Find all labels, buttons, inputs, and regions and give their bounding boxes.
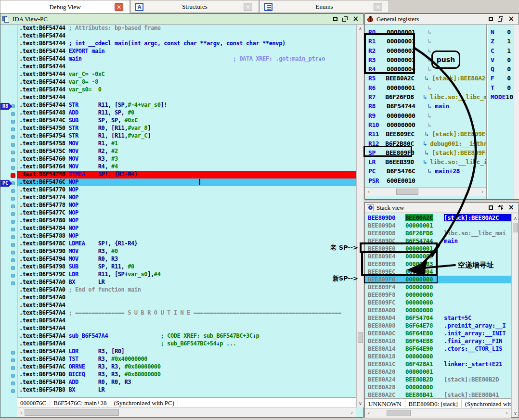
disasm-line[interactable]: .text:B6F547AC ORRNE R3, R3, #0x80000000 <box>17 363 356 371</box>
register-row-r1[interactable]: R100000001↳ <box>365 38 486 47</box>
register-row-r9[interactable]: R900000000↳ <box>365 112 486 121</box>
register-row-psr[interactable]: PSR600E0010 <box>365 177 486 186</box>
stack-vscrollbar[interactable]: ∧ ∨ <box>511 214 519 417</box>
nav-dot-icon[interactable] <box>11 158 15 162</box>
stack-row[interactable]: BEE80A14B6F64E90.ctors:__CTOR_LIS <box>365 345 511 353</box>
disasm-hscrollbar[interactable]: ‹ › <box>17 407 356 417</box>
nav-dot-icon[interactable] <box>11 374 15 378</box>
stack-vscroll-thumb[interactable] <box>513 223 518 232</box>
stack-row[interactable]: BEE809E400000002 <box>365 253 511 260</box>
nav-dot-icon[interactable] <box>11 266 15 270</box>
register-row-r10[interactable]: R1000000000↳ <box>365 121 486 130</box>
register-row-r5[interactable]: R5BEE80A2C↳[stack]:BEE80A2C <box>365 75 486 84</box>
nav-dot-icon[interactable] <box>11 204 15 208</box>
disasm-line[interactable]: .text:B6F54744 var_8= -8 <box>17 78 356 86</box>
disasm-line[interactable]: .text:B6F54760 MOV R3, #3 <box>17 155 356 163</box>
stack-hscroll-thumb[interactable] <box>387 410 411 416</box>
disasm-line[interactable]: .text:B6F5474C SUB SP, SP, #0xC <box>17 117 356 125</box>
nav-dot-icon[interactable] <box>11 212 15 216</box>
register-list[interactable]: R000000001↳R100000001↳R200000002↳R300000… <box>365 28 486 186</box>
flag-row-f[interactable]: F0 <box>488 75 513 84</box>
disasm-line[interactable]: .text:B6F54744 ; Attributes: bp-based fr… <box>17 25 356 32</box>
stack-row[interactable]: BEE809D400000001 <box>365 222 511 229</box>
disasm-line[interactable]: .text:B6F547A4 sub_B6F547A4 ; CODE XREF:… <box>17 332 356 340</box>
nav-dot-icon[interactable] <box>11 143 15 147</box>
scroll-left-icon[interactable]: ‹ <box>366 410 372 416</box>
nav-dot-icon[interactable] <box>11 197 15 201</box>
registers-titlebar[interactable]: General registers × <box>365 14 519 25</box>
stack-row[interactable]: BEE80A2800000000 <box>365 383 511 391</box>
breakpoint-icon[interactable] <box>11 173 15 178</box>
disasm-line[interactable]: .text:B6F547B4 ADD R0, R0, R3 <box>17 379 356 386</box>
maximize-button[interactable] <box>489 205 493 210</box>
tab-close-icon[interactable]: ✕ <box>244 3 252 11</box>
nav-dot-icon[interactable] <box>11 251 15 255</box>
stack-row[interactable]: BEE809D0BEE80A2C[stack]:BEE80A2C <box>365 214 511 222</box>
scroll-up-icon[interactable]: ∧ <box>357 26 364 31</box>
disasm-line[interactable]: .text:B6F54744 ; int __cdecl main(int ar… <box>17 40 356 48</box>
register-row-pc[interactable]: PCB6F5476C↳main+28 <box>365 167 486 177</box>
stack-row[interactable]: BEE80A0CB6F64E80.init_array:__INIT <box>365 330 511 337</box>
disasm-line[interactable]: .text:B6F54744 STR R11, [SP,#-4+var_s0]! <box>17 102 356 109</box>
nav-dot-icon[interactable] <box>11 243 15 247</box>
close-icon[interactable]: × <box>508 205 514 210</box>
stack-row[interactable]: BEE80A24BEE80B2D[stack]:BEE80B2D <box>365 376 511 383</box>
scroll-right-icon[interactable]: › <box>504 410 510 416</box>
flag-row-q[interactable]: Q0 <box>488 65 513 75</box>
disasm-line[interactable]: .text:B6F54748 ADD R11, SP, #0 <box>17 109 356 117</box>
nav-dot-icon[interactable] <box>11 228 15 231</box>
disasm-hscroll-thumb[interactable] <box>25 409 119 416</box>
registers-hscrollbar[interactable]: ‹ › <box>365 187 486 196</box>
disasm-line[interactable]: .text:B6F54764 MOV R4, #4 <box>17 163 356 171</box>
disasm-line[interactable]: .text:B6F54744 <box>17 63 356 71</box>
register-row-r2[interactable]: R200000002↳ <box>365 47 486 56</box>
disasm-line[interactable]: .text:B6F547A0 ; End of function main <box>17 286 356 294</box>
disasm-vscroll-thumb[interactable] <box>358 332 363 343</box>
tab-debug[interactable]: Debug View✕ <box>0 0 130 13</box>
disasm-line[interactable]: .text:B6F547A4 LDR R3, [R0] <box>17 348 356 356</box>
disasm-line[interactable]: .text:B6F54744 <box>17 94 356 102</box>
stack-row[interactable]: BEE809E000000001 <box>365 245 511 253</box>
disasm-line[interactable]: .text:B6F54794 MOV R0, R3 <box>17 255 356 263</box>
disasm-line[interactable]: .text:B6F54744 main ; DATA XREF: .got:ma… <box>17 55 356 63</box>
scroll-left-icon[interactable]: ‹ <box>18 410 24 415</box>
nav-dot-icon[interactable] <box>11 389 15 393</box>
disasm-line[interactable]: .text:B6F54744 var_s0= 0 <box>17 86 356 94</box>
nav-dot-icon[interactable] <box>11 220 15 224</box>
disasm-line[interactable]: .text:B6F54768 STMEA SP!, {R1-R4} <box>17 171 356 178</box>
scroll-left-icon[interactable]: ‹ <box>366 189 372 194</box>
nav-dot-icon[interactable] <box>11 235 15 239</box>
disasm-line[interactable]: .text:B6F547A4 <box>17 302 356 309</box>
disasm-line[interactable]: .text:B6F5478C LDMEA SP!, {R1-R4} <box>17 240 356 248</box>
scroll-right-icon[interactable]: › <box>349 410 355 415</box>
tab-close-icon[interactable]: ✕ <box>374 3 382 11</box>
disasm-line[interactable]: .text:B6F54788 NOP <box>17 232 356 240</box>
disasm-line[interactable]: .text:B6F547A4 ; sub_B6F547BC+54↓p ... <box>17 340 356 348</box>
maximize-button[interactable] <box>333 17 337 21</box>
register-row-r6[interactable]: R600000001↳ <box>365 84 486 93</box>
stack-row[interactable]: BEE80A2000000001 <box>365 368 511 376</box>
disasm-line[interactable]: .text:B6F5475C MOV R2, #2 <box>17 148 356 155</box>
nav-dot-icon[interactable] <box>11 151 15 154</box>
disassembly-listing[interactable]: .text:B6F54744 ; Attributes: bp-based fr… <box>17 25 356 398</box>
stack-row[interactable]: BEE80A0000000000 <box>365 306 511 314</box>
disasm-line[interactable]: .text:B6F54750 STR R0, [R11,#var_8] <box>17 125 356 132</box>
nav-dot-icon[interactable] <box>11 382 15 385</box>
nav-dot-icon[interactable] <box>11 258 15 262</box>
flags-list[interactable]: N0Z1C1V0Q0F0T0MODE10 <box>488 28 513 102</box>
nav-dot-icon[interactable] <box>11 120 15 124</box>
stack-row[interactable]: BEE809DCB6F54744main <box>365 237 511 245</box>
stack-row[interactable]: BEE809FC00000000 <box>365 299 511 306</box>
disasm-line[interactable]: .text:B6F54754 STR R1, [R11,#var_C] <box>17 132 356 140</box>
disasm-line[interactable]: .text:B6F54798 SUB SP, R11, #0 <box>17 263 356 271</box>
disasm-line[interactable]: .text:B6F54780 NOP <box>17 217 356 225</box>
nav-dot-icon[interactable] <box>11 358 15 362</box>
nav-dot-icon[interactable] <box>11 135 15 139</box>
register-row-sp[interactable]: SPBEE809F0↳[stack]:BEE809F0 <box>365 149 486 158</box>
nav-dot-icon[interactable] <box>11 351 15 355</box>
nav-dot-icon[interactable] <box>11 127 15 131</box>
disasm-line[interactable]: .text:B6F54744 EXPORT main <box>17 48 356 55</box>
disasm-line[interactable]: .text:B6F5479C LDR R11, [SP+var_s0],#4 <box>17 271 356 279</box>
disasm-line[interactable]: .text:B6F547A4 <box>17 325 356 332</box>
restore-button[interactable] <box>342 16 348 22</box>
